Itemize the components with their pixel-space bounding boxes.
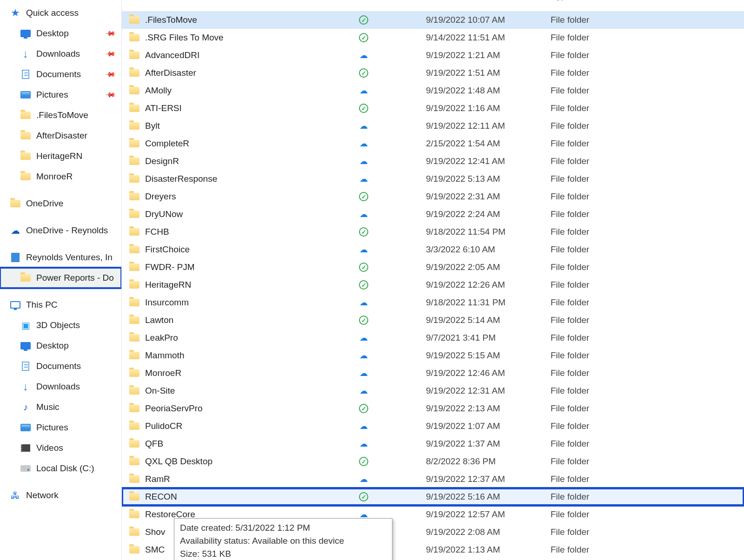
nav-label: Desktop <box>36 341 121 351</box>
table-row[interactable]: AdvancedDRI☁9/19/2022 1:21 AMFile folder <box>122 46 744 64</box>
cell-date: 9/19/2022 1:16 AM <box>426 103 551 113</box>
nav-downloads-2[interactable]: ↓ Downloads <box>0 376 121 397</box>
nav-reynolds-ventures[interactable]: Reynolds Ventures, In <box>0 247 121 268</box>
nav-onedrive-reynolds[interactable]: ☁ OneDrive - Reynolds <box>0 220 121 241</box>
nav-network[interactable]: 🖧 Network <box>0 485 121 506</box>
table-row[interactable]: RECON✓9/19/2022 5:16 AMFile folder <box>122 488 744 506</box>
table-row[interactable]: Bylt☁9/19/2022 12:11 AMFile folder <box>122 117 744 135</box>
table-row[interactable]: LeakPro☁9/7/2021 3:41 PMFile folder <box>122 329 744 347</box>
cell-status: ☁ <box>357 333 426 343</box>
sync-cloud-icon: ☁ <box>359 51 368 60</box>
cell-status: ✓ <box>357 15 426 25</box>
nav-quick-access[interactable]: ★ Quick access <box>0 3 121 23</box>
table-row[interactable]: QXL QB Desktop✓8/2/2022 8:36 PMFile fold… <box>122 453 744 470</box>
folder-icon <box>129 421 140 431</box>
table-row[interactable]: DisasterResponse☁9/19/2022 5:13 AMFile f… <box>122 170 744 188</box>
cell-date: 9/19/2022 1:07 AM <box>426 421 551 431</box>
cell-date: 9/19/2022 12:26 AM <box>426 280 551 290</box>
nav-downloads[interactable]: ↓ Downloads 📌 <box>0 44 121 64</box>
table-row[interactable]: FirstChoice☁3/3/2022 6:10 AMFile folder <box>122 241 744 258</box>
cell-name: DesignR <box>129 156 357 166</box>
nav-documents[interactable]: Documents 📌 <box>0 64 121 85</box>
nav-tree[interactable]: ★ Quick access Desktop 📌 ↓ Downloads 📌 D… <box>0 0 122 560</box>
col-type[interactable]: Type <box>551 0 653 1</box>
folder-icon <box>129 68 140 78</box>
cell-status: ✓ <box>357 457 426 466</box>
cell-status: ☁ <box>357 157 426 166</box>
cell-type: File folder <box>551 244 653 255</box>
table-row[interactable]: On-Site☁9/19/2022 12:31 AMFile folder <box>122 382 744 400</box>
table-row[interactable]: FWDR- PJM✓9/19/2022 2:05 AMFile folder <box>122 258 744 276</box>
cell-date: 9/19/2022 12:11 AM <box>426 121 551 131</box>
sync-cloud-icon: ☁ <box>359 298 368 307</box>
nav-pictures-2[interactable]: Pictures <box>0 417 121 438</box>
cell-type: File folder <box>551 121 653 131</box>
cell-status: ☁ <box>357 474 426 484</box>
nav-monroer[interactable]: MonroeR <box>0 166 121 187</box>
nav-desktop[interactable]: Desktop 📌 <box>0 23 121 44</box>
table-row[interactable]: HeritageRN✓9/19/2022 12:26 AMFile folder <box>122 276 744 294</box>
table-row[interactable]: Mammoth☁9/19/2022 5:15 AMFile folder <box>122 347 744 364</box>
cell-name: FCHB <box>129 227 357 237</box>
table-row[interactable]: .FilesToMove✓9/19/2022 10:07 AMFile fold… <box>122 11 744 29</box>
folder-icon <box>129 315 140 325</box>
nav-desktop-2[interactable]: Desktop <box>0 336 121 356</box>
table-row[interactable]: Dreyers✓9/19/2022 2:31 AMFile folder <box>122 188 744 205</box>
nav-documents-2[interactable]: Documents <box>0 356 121 376</box>
nav-afterdisaster[interactable]: AfterDisaster <box>0 125 121 146</box>
cell-type: File folder <box>551 209 653 219</box>
nav-pictures[interactable]: Pictures 📌 <box>0 85 121 105</box>
sync-cloud-icon: ☁ <box>359 245 368 254</box>
nav-power-reports[interactable]: Power Reports - Do <box>0 268 121 288</box>
cell-name: AfterDisaster <box>129 68 357 78</box>
cell-name: LeakPro <box>129 333 357 343</box>
folder-icon <box>129 368 140 378</box>
sync-cloud-icon: ☁ <box>359 351 368 360</box>
table-row[interactable]: AfterDisaster✓9/19/2022 1:51 AMFile fold… <box>122 64 744 82</box>
nav-label: Videos <box>36 443 121 453</box>
table-row[interactable]: PulidoCR☁9/19/2022 1:07 AMFile folder <box>122 417 744 435</box>
building-icon <box>10 252 20 263</box>
cell-status: ☁ <box>357 210 426 219</box>
nav-filestomove[interactable]: .FilesToMove <box>0 105 121 125</box>
table-row[interactable]: Lawton✓9/19/2022 5:14 AMFile folder <box>122 311 744 329</box>
table-row[interactable]: QFB☁9/19/2022 1:37 AMFile folder <box>122 435 744 453</box>
cell-type: File folder <box>551 50 653 60</box>
file-rows[interactable]: .FilesToMove✓9/19/2022 10:07 AMFile fold… <box>122 2 744 560</box>
nav-local-disk[interactable]: Local Disk (C:) <box>0 458 121 479</box>
nav-label: OneDrive <box>26 198 121 209</box>
cell-name: Mammoth <box>129 350 357 361</box>
table-row[interactable]: MonroeR☁9/19/2022 12:46 AMFile folder <box>122 364 744 382</box>
cell-status: ☁ <box>357 351 426 360</box>
table-row[interactable]: Insurcomm☁9/18/2022 11:31 PMFile folder <box>122 294 744 311</box>
table-row[interactable]: RamR☁9/19/2022 12:37 AMFile folder <box>122 470 744 488</box>
nav-heritagern[interactable]: HeritageRN <box>0 146 121 166</box>
folder-icon <box>129 350 140 361</box>
col-status[interactable]: Status <box>357 0 426 1</box>
table-row[interactable]: AMolly☁9/19/2022 1:48 AMFile folder <box>122 82 744 99</box>
sync-cloud-icon: ☁ <box>359 439 368 448</box>
table-row[interactable]: DesignR☁9/19/2022 12:41 AMFile folder <box>122 152 744 170</box>
table-row[interactable]: .SRG Files To Move✓9/14/2022 11:51 AMFil… <box>122 29 744 46</box>
file-name: HeritageRN <box>145 280 191 290</box>
col-name[interactable]: Name <box>122 0 357 1</box>
table-row[interactable]: FCHB✓9/18/2022 11:54 PMFile folder <box>122 223 744 241</box>
nav-onedrive[interactable]: OneDrive <box>0 193 121 214</box>
file-list-panel[interactable]: Name Status Date modified Type Size .Fil… <box>122 0 744 560</box>
cell-type: File folder <box>551 156 653 166</box>
table-row[interactable]: CompleteR☁2/15/2022 1:54 AMFile folder <box>122 135 744 152</box>
tooltip-line: Size: 531 KB <box>180 547 386 560</box>
col-date[interactable]: Date modified <box>426 0 551 1</box>
nav-this-pc[interactable]: This PC <box>0 295 121 315</box>
table-row[interactable]: ATI-ERSI✓9/19/2022 1:16 AMFile folder <box>122 99 744 117</box>
file-name: PulidoCR <box>145 421 182 431</box>
nav-music[interactable]: ♪ Music <box>0 397 121 417</box>
video-icon <box>20 443 31 453</box>
nav-3d-objects[interactable]: ▣ 3D Objects <box>0 315 121 336</box>
col-size[interactable]: Size <box>653 0 709 1</box>
table-row[interactable]: DryUNow☁9/19/2022 2:24 AMFile folder <box>122 205 744 223</box>
table-row[interactable]: PeoriaServPro✓9/19/2022 2:13 AMFile fold… <box>122 400 744 417</box>
nav-videos[interactable]: Videos <box>0 438 121 458</box>
folder-icon <box>129 403 140 414</box>
cell-name: QFB <box>129 439 357 449</box>
